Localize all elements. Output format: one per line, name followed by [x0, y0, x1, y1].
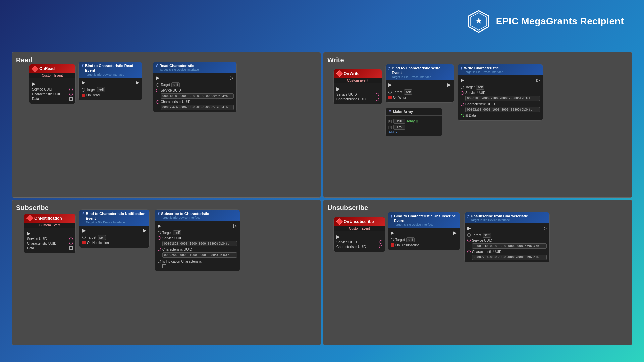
char-uuid-value: 00002a63-0000-1000-8000-00805f9b34fb — [161, 105, 234, 110]
service-uuid-value: 00001818-0000-1000-8000-00805f9b34fb — [161, 93, 234, 99]
service-uuid-pin — [467, 239, 471, 242]
data-pin — [461, 114, 464, 117]
service-uuid-value: 00001818-0000-1000-8000-00805f9b34fb — [465, 96, 540, 101]
service-uuid-label: Service UUID — [27, 237, 47, 241]
target-pin — [156, 83, 159, 87]
on-read-pin-label: On Read — [86, 93, 100, 97]
subscribe-char-title: Subscribe to Characteristic — [161, 211, 209, 216]
on-write-node: OnWrite Custom Event ▶ Service UUID Char… — [333, 69, 382, 104]
char-uuid-pin — [376, 98, 379, 101]
target-label: Target — [395, 238, 405, 242]
service-uuid-label: Service UUID — [32, 87, 52, 91]
epic-badge: ★ EPIC MegaGrants Recipient — [467, 9, 624, 34]
char-uuid-value: 00002a63-0000-1000-8000-00805f9b34fb — [465, 107, 540, 112]
array-out-label: Array ⊞ — [407, 119, 418, 123]
char-uuid-label: Characteristic UUID — [162, 248, 192, 251]
on-notification-subtitle: Custom Event — [24, 223, 75, 228]
value-1: 175 — [393, 125, 405, 130]
char-uuid-label: Characteristic UUID — [336, 97, 366, 101]
bind-write-node: f Bind to Characteristic Write Event Tar… — [385, 64, 454, 103]
on-notification-label: OnNotification — [34, 216, 62, 221]
data-label: Data — [27, 246, 34, 250]
write-char-title: Write Characteristic — [464, 66, 503, 70]
service-uuid-label: Service UUID — [336, 93, 357, 96]
exec-out-icon: ▶ — [32, 81, 36, 86]
service-uuid-value: 00001818-0000-1000-8000-00805f9b34fb — [162, 241, 237, 246]
on-write-pin — [388, 96, 392, 99]
service-uuid-pin — [158, 236, 161, 240]
data-label: Data — [32, 97, 39, 101]
exec-out-icon: ▶ — [136, 80, 139, 85]
on-notif-pin-label: On Notification — [87, 241, 109, 245]
target-pin — [82, 88, 85, 92]
exec-out: ▷ — [230, 75, 234, 80]
self-badge: self — [171, 82, 180, 87]
add-pin-label[interactable]: Add pin + — [388, 131, 439, 134]
main-container: Read OnRead Custom Event ▶ Service UUID — [12, 52, 632, 345]
on-unsubscribe-node: OnUnsubscribe Custom Event ▶ Service UUI… — [333, 217, 385, 252]
target-label: Target — [393, 90, 402, 94]
on-notif-pin — [82, 241, 86, 244]
bind-write-title: Bind to Characteristic Write Event — [392, 66, 451, 75]
target-pin — [82, 236, 86, 239]
svg-text:★: ★ — [475, 17, 482, 25]
on-write-pin-label: On Write — [393, 96, 406, 99]
indication-pin — [158, 260, 161, 263]
bind-unsub-subtitle: Target is Ble Device Interface — [394, 223, 457, 227]
target-label: Target — [161, 83, 170, 87]
service-uuid-label: Service UUID — [472, 239, 492, 242]
self-badge: self — [404, 89, 413, 95]
exec-in: ▶ — [156, 75, 160, 80]
index-0: [0] — [388, 119, 392, 123]
epic-title: EPIC MegaGrants Recipient — [496, 16, 624, 27]
bind-notif-subtitle: Target is Ble Device Interface — [86, 221, 147, 224]
on-unsub-pin — [391, 243, 394, 247]
unsub-char-title: Unsubscribe from Characteristic — [471, 214, 528, 218]
service-uuid-pin — [156, 89, 159, 92]
target-pin — [388, 90, 392, 94]
char-uuid-pin — [467, 250, 471, 253]
indication-label: Is Indication Characteristic — [162, 260, 202, 263]
array-icon: ⊞ — [388, 109, 392, 114]
self-badge: self — [98, 235, 106, 240]
service-uuid-pin — [461, 91, 464, 95]
target-pin — [467, 233, 471, 237]
write-char-subtitle: Target is Ble Device Interface — [464, 70, 503, 74]
unsubscribe-title: Unsubscribe — [327, 204, 628, 212]
char-uuid-label: Characteristic UUID — [472, 250, 501, 254]
on-notification-node: OnNotification Custom Event ▶ Service UU… — [24, 214, 76, 253]
target-label: Target — [86, 88, 96, 92]
indication-checkbox[interactable] — [162, 264, 166, 268]
data-pin — [69, 97, 73, 101]
bind-notif-title: Bind to Characteristic Notification Even… — [86, 211, 147, 221]
on-unsub-pin-label: On Unsubscribe — [395, 243, 420, 247]
service-uuid-pin — [376, 93, 379, 96]
self-badge: self — [476, 85, 485, 90]
index-1: [1] — [388, 125, 392, 129]
char-uuid-pin — [461, 103, 464, 106]
on-read-node: OnRead Custom Event ▶ Service UUID Chara… — [29, 64, 76, 104]
bind-read-subtitle: Target is Ble Device Interface — [85, 73, 139, 77]
bind-unsub-title: Bind to Characteristic Unsubscribe Event — [394, 214, 457, 223]
service-uuid-label: Service UUID — [336, 240, 357, 244]
char-uuid-label: Characteristic UUID — [161, 100, 190, 104]
target-pin — [391, 238, 394, 241]
exec-in-icon: ▶ — [82, 80, 85, 85]
array-title: Make Array — [393, 110, 413, 114]
bind-unsubscribe-node: f Bind to Characteristic Unsubscribe Eve… — [388, 212, 460, 250]
value-0: 190 — [393, 119, 405, 124]
write-char-node: f Write Characteristic Target is Ble Dev… — [458, 64, 543, 121]
on-write-label: OnWrite — [344, 71, 359, 76]
on-read-pin — [82, 94, 85, 97]
service-uuid-label: Service UUID — [465, 91, 486, 95]
subscribe-char-subtitle: Target is Ble Device Interface — [161, 216, 209, 220]
subscribe-panel: Subscribe OnNotification Custom Event ▶ … — [12, 200, 321, 346]
make-array-node: ⊞ Make Array [0] 190 Array ⊞ [1] 175 Add… — [385, 108, 442, 136]
read-char-subtitle: Target is Ble Device Interface — [159, 68, 199, 72]
self-badge: self — [483, 233, 491, 238]
char-uuid-value: 00002a63-0000-1000-8000-00805f9b34fb — [162, 252, 237, 258]
service-uuid-value: 00001818-0000-1000-8000-00805f9b34fb — [472, 243, 547, 249]
target-label: Target — [472, 233, 481, 237]
write-title: Write — [327, 56, 628, 64]
char-uuid-label: Characteristic UUID — [32, 92, 61, 96]
